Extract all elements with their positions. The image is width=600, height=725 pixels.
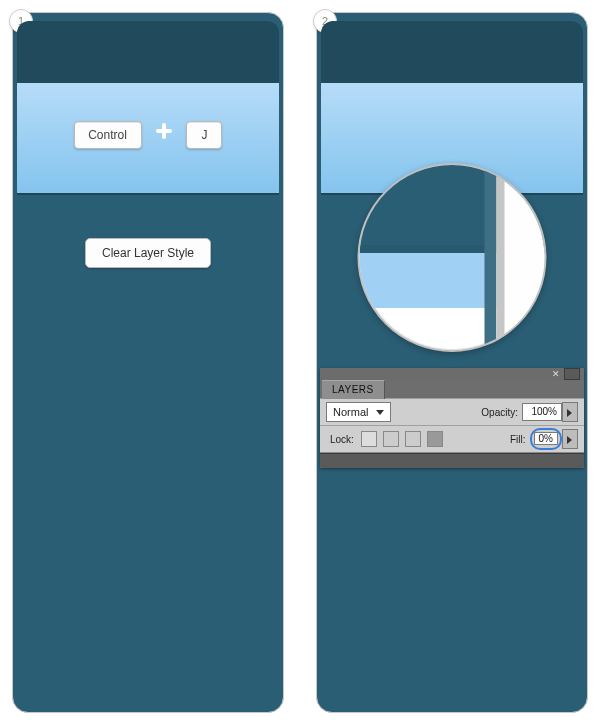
tab-layers[interactable]: LAYERS	[322, 380, 385, 399]
layers-panel-titlebar[interactable]: ✕	[320, 368, 584, 380]
tutorial-step-panel-1: 1 Control J Clear Layer Style	[12, 12, 284, 713]
lock-transparent-icon[interactable]	[361, 431, 377, 447]
blend-mode-select[interactable]: Normal	[326, 402, 391, 422]
opacity-input[interactable]: 100%	[522, 403, 562, 421]
zoom-region-divider	[485, 165, 497, 350]
key-j[interactable]: J	[186, 121, 222, 149]
fill-highlight-circle: 0%	[530, 428, 562, 450]
plus-icon	[154, 121, 174, 141]
clear-layer-style-button[interactable]: Clear Layer Style	[85, 238, 211, 268]
lock-label: Lock:	[330, 434, 354, 445]
mock-app-dark-top	[17, 21, 279, 83]
chevron-down-icon	[376, 410, 384, 415]
mock-app-dark-fill	[17, 193, 279, 704]
mock-app-dark-top	[321, 21, 583, 83]
svg-rect-1	[156, 129, 172, 133]
fill-stepper[interactable]	[562, 429, 578, 449]
tutorial-step-panel-2: 2 ✕ LAYERS Normal O	[316, 12, 588, 713]
opacity-label: Opacity:	[481, 407, 518, 418]
blend-mode-value: Normal	[333, 406, 368, 418]
lock-all-icon[interactable]	[427, 431, 443, 447]
context-menu-row: Clear Layer Style	[13, 238, 283, 268]
fill-label: Fill:	[510, 434, 526, 445]
key-control[interactable]: Control	[74, 121, 142, 149]
layers-panel-row-lock: Lock: Fill: 0%	[320, 426, 584, 453]
opacity-stepper[interactable]	[562, 402, 578, 422]
layers-panel-row-blend: Normal Opacity: 100%	[320, 398, 584, 426]
layers-panel: ✕ LAYERS Normal Opacity: 100% Lock:	[320, 368, 584, 468]
keyboard-shortcut-row: Control J	[13, 121, 283, 149]
magnifier-circle	[358, 163, 547, 352]
lock-image-icon[interactable]	[383, 431, 399, 447]
layers-panel-tabs: LAYERS	[320, 380, 584, 398]
lock-position-icon[interactable]	[405, 431, 421, 447]
fill-input[interactable]: 0%	[534, 432, 558, 445]
layers-panel-list[interactable]	[320, 453, 584, 468]
collapse-icon[interactable]: ✕	[552, 369, 560, 379]
panel-menu-icon[interactable]	[564, 368, 580, 380]
